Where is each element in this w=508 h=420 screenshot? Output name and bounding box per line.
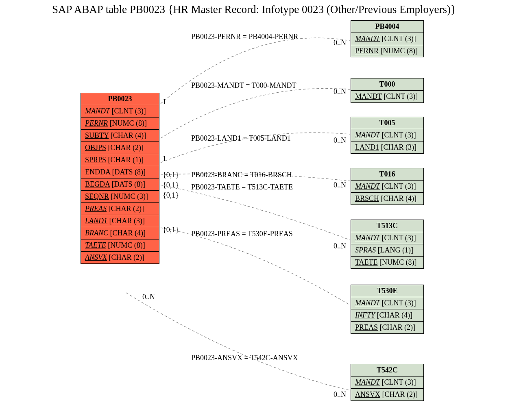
field-name: MANDT <box>85 107 110 115</box>
field-type: [CLNT (3)] <box>382 182 416 190</box>
entity-field: ANSVX [CHAR (2)] <box>351 389 423 400</box>
field-type: [NUMC (8)] <box>379 258 417 266</box>
cardinality-source: {0,1} <box>163 181 179 189</box>
entity-field: SPRAS [LANG (1)] <box>351 244 423 257</box>
field-name: TAETE <box>355 258 378 266</box>
entity-t005: T005MANDT [CLNT (3)]LAND1 [CHAR (3)] <box>351 117 424 154</box>
entity-field: TAETE [NUMC (8)] <box>351 257 423 268</box>
entity-pb0023-field: PERNR [NUMC (8)] <box>81 118 159 130</box>
field-type: [CHAR (4)] <box>111 131 146 139</box>
field-type: [CLNT (3)] <box>382 131 416 139</box>
field-name: LAND1 <box>355 143 379 151</box>
field-type: [CHAR (2)] <box>382 390 418 398</box>
field-type: [NUMC (3)] <box>111 192 148 200</box>
entity-pb4004: PB4004MANDT [CLNT (3)]PERNR [NUMC (8)] <box>351 20 424 57</box>
field-type: [NUMC (8)] <box>381 47 418 55</box>
cardinality-dest: 0..N <box>334 87 346 96</box>
field-type: [CHAR (4)] <box>377 311 413 319</box>
entity-field: MANDT [CLNT (3)] <box>351 181 423 193</box>
field-type: [DATS (8)] <box>112 180 146 188</box>
entity-field: MANDT [CLNT (3)] <box>351 232 423 244</box>
cardinality-source: {0,1} <box>163 226 179 234</box>
field-name: ENDDA <box>85 168 110 176</box>
entity-pb0023-field: SUBTY [CHAR (4)] <box>81 130 159 142</box>
field-name: TAETE <box>85 241 106 249</box>
field-name: MANDT <box>355 92 382 100</box>
field-type: [CHAR (3)] <box>109 217 145 225</box>
field-name: MANDT <box>355 35 380 43</box>
field-name: SPRAS <box>355 246 376 254</box>
entity-pb0023-field: SEQNR [NUMC (3)] <box>81 191 159 203</box>
entity-t000: T000MANDT [CLNT (3)] <box>351 78 424 103</box>
field-type: [NUMC (8)] <box>110 119 147 127</box>
field-name: MANDT <box>355 299 380 307</box>
field-type: [CHAR (1)] <box>108 156 144 164</box>
field-type: [LANG (1)] <box>378 246 413 254</box>
field-type: [CHAR (2)] <box>108 144 144 152</box>
entity-header: T542C <box>351 364 423 376</box>
field-type: [CLNT (3)] <box>382 299 416 307</box>
field-name: ANSVX <box>85 253 107 261</box>
entity-pb0023-field: SPRPS [CHAR (1)] <box>81 154 159 166</box>
field-type: [CLNT (3)] <box>112 107 146 115</box>
field-type: [DATS (8)] <box>112 168 146 176</box>
relationship-label: PB0023-ANSVX = T542C-ANSVX <box>191 354 298 362</box>
entity-field: MANDT [CLNT (3)] <box>351 297 423 309</box>
field-type: [CLNT (3)] <box>382 378 416 386</box>
entity-pb0023: PB0023 MANDT [CLNT (3)]PERNR [NUMC (8)]S… <box>81 93 159 264</box>
entity-t016: T016MANDT [CLNT (3)]BRSCH [CHAR (4)] <box>351 168 424 205</box>
entity-pb0023-header: PB0023 <box>81 93 159 105</box>
cardinality-main-bottom: 0..N <box>142 293 155 301</box>
entity-header: T005 <box>351 117 423 129</box>
field-name: OBJPS <box>85 144 106 152</box>
field-type: [CLNT (3)] <box>382 234 416 242</box>
entity-header: PB4004 <box>351 21 423 33</box>
cardinality-source: 1 <box>163 155 166 163</box>
cardinality-dest: 0..N <box>334 39 346 47</box>
field-name: BRANC <box>85 229 108 237</box>
entity-pb0023-field: LAND1 [CHAR (3)] <box>81 215 159 227</box>
entity-field: MANDT [CLNT (3)] <box>351 376 423 389</box>
field-name: BRSCH <box>355 194 379 202</box>
entity-header: T530E <box>351 285 423 297</box>
field-name: PERNR <box>355 47 379 55</box>
entity-t530e: T530EMANDT [CLNT (3)]INFTY [CHAR (4)]PRE… <box>351 285 424 334</box>
entity-header: T016 <box>351 168 423 181</box>
cardinality-source: 1 <box>163 98 166 106</box>
field-type: [CHAR (4)] <box>381 194 417 202</box>
relationship-label: PB0023-TAETE = T513C-TAETE <box>191 183 293 192</box>
cardinality-source: {0,1} <box>163 191 179 200</box>
entity-pb0023-field: MANDT [CLNT (3)] <box>81 105 159 118</box>
entity-field: MANDT [CLNT (3)] <box>351 129 423 141</box>
field-type: [CLNT (3)] <box>382 35 416 43</box>
entity-pb0023-field: ANSVX [CHAR (2)] <box>81 252 159 263</box>
entity-field: PREAS [CHAR (2)] <box>351 322 423 333</box>
field-name: SEQNR <box>85 192 109 200</box>
cardinality-dest: 0..N <box>334 181 346 189</box>
field-name: ANSVX <box>355 390 380 398</box>
relationship-label: PB0023-BRANC = T016-BRSCH <box>191 171 292 179</box>
entity-header: T000 <box>351 78 423 91</box>
relationship-label: PB0023-PREAS = T530E-PREAS <box>191 230 293 238</box>
entity-field: BRSCH [CHAR (4)] <box>351 193 423 205</box>
field-name: SUBTY <box>85 131 109 139</box>
field-name: PERNR <box>85 119 108 127</box>
field-name: LAND1 <box>85 217 107 225</box>
entity-pb0023-field: BRANC [CHAR (4)] <box>81 227 159 239</box>
cardinality-dest: 0..N <box>334 136 346 145</box>
field-name: SPRPS <box>85 156 106 164</box>
field-type: [CLNT (3)] <box>384 92 418 100</box>
field-name: MANDT <box>355 378 380 386</box>
field-name: MANDT <box>355 234 380 242</box>
entity-field: PERNR [NUMC (8)] <box>351 45 423 57</box>
cardinality-dest: 0..N <box>334 390 346 399</box>
field-name: PREAS <box>355 323 378 331</box>
field-type: [CHAR (4)] <box>110 229 146 237</box>
field-type: [CHAR (3)] <box>381 143 417 151</box>
entity-field: INFTY [CHAR (4)] <box>351 309 423 322</box>
entity-t542c: T542CMANDT [CLNT (3)]ANSVX [CHAR (2)] <box>351 364 424 401</box>
relationship-label: PB0023-MANDT = T000-MANDT <box>191 81 297 90</box>
entity-pb0023-field: PREAS [CHAR (2)] <box>81 203 159 215</box>
relationship-label: PB0023-PERNR = PB4004-PERNR <box>191 33 298 41</box>
entity-header: T513C <box>351 220 423 232</box>
